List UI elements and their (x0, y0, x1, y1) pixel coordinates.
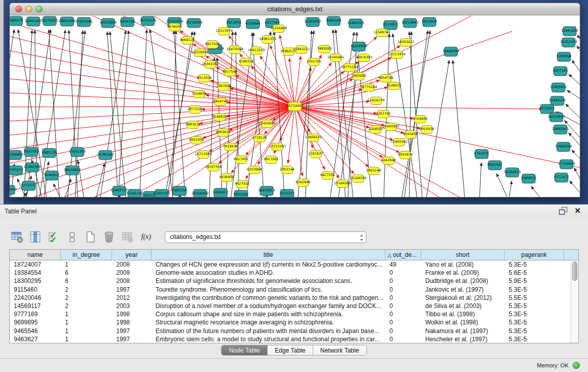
citation-edge-red[interactable] (295, 106, 580, 169)
graph-node-yellow[interactable]: 8186328 (239, 58, 254, 66)
graph-node-yellow[interactable]: 15688520 (304, 134, 321, 142)
graph-node-teal[interactable]: 12093832 (304, 17, 321, 27)
citation-edge-black[interactable] (567, 91, 580, 103)
graph-node-yellow[interactable]: 9242848 (296, 179, 311, 187)
graph-node-teal[interactable]: 11545192 (126, 189, 143, 197)
citation-edge-black[interactable] (570, 181, 580, 197)
graph-node-yellow[interactable]: 12213974 (215, 28, 232, 35)
citation-edge-red[interactable] (10, 106, 295, 107)
table-row[interactable]: 1456911722003Disruption of a novel membe… (10, 302, 578, 310)
graph-node-hub[interactable]: 18724007 (286, 102, 303, 111)
graph-node-teal[interactable]: 25206650 (191, 189, 208, 197)
graph-node-teal[interactable]: 11545192 (97, 150, 114, 160)
citation-edge-black[interactable] (409, 32, 411, 197)
graph-node-teal[interactable]: 6772371 (280, 189, 295, 197)
graph-node-yellow[interactable]: 8955934 (420, 126, 434, 134)
graph-node-teal[interactable]: 12942737 (111, 186, 127, 195)
graph-node-yellow[interactable]: 2718126 (252, 135, 267, 142)
column-header-pagerank[interactable]: pagerank (505, 250, 564, 260)
graph-node-teal[interactable]: 5905135 (172, 186, 187, 195)
graph-node-yellow[interactable]: 15495992 (382, 123, 399, 131)
graph-node-teal[interactable]: 8466160 (326, 16, 341, 26)
graph-node-yellow[interactable]: 12213383 (194, 151, 211, 159)
scrollbar-thumb[interactable] (572, 261, 577, 281)
graph-node-teal[interactable]: 12444155 (347, 19, 364, 28)
graph-node-teal[interactable]: 8466160 (120, 17, 135, 27)
graph-node-teal[interactable]: 15692931 (552, 125, 569, 134)
graph-node-yellow[interactable]: 3201765 (376, 111, 391, 118)
graph-node-teal[interactable]: 6772371 (554, 173, 569, 182)
graph-node-yellow[interactable]: 10745481 (327, 54, 344, 62)
graph-node-teal[interactable]: 9329966 (246, 19, 260, 29)
citation-edge-red[interactable] (10, 78, 295, 106)
citation-edge-black[interactable] (100, 31, 126, 197)
column-header-in-degree[interactable]: in_degree (61, 250, 112, 260)
graph-node-teal[interactable]: 16648784 (442, 47, 459, 56)
graph-node-yellow[interactable]: 8103064 (247, 166, 262, 174)
table-row[interactable]: 977716911998Corpus callosum shape and si… (10, 310, 578, 318)
graph-node-yellow[interactable]: 9154695 (413, 116, 428, 123)
graph-node-yellow[interactable]: 9831459 (189, 137, 204, 144)
graph-node-teal[interactable]: 20691406 (58, 17, 75, 26)
graph-node-yellow[interactable]: 16543382 (202, 61, 219, 69)
graph-node-teal[interactable]: 12040399 (24, 163, 40, 172)
graph-node-teal[interactable]: 10719135 (139, 16, 156, 26)
graph-node-yellow[interactable]: 2204007 (368, 126, 383, 134)
graph-node-yellow[interactable]: 16775164 (341, 64, 358, 72)
table-row[interactable]: 946362711997Embryonic stem cells: a mode… (10, 335, 578, 343)
graph-node-yellow[interactable]: 2367608 (216, 83, 231, 91)
graph-node-yellow[interactable]: 3201765 (307, 58, 321, 66)
graph-node-yellow[interactable]: 12213383 (269, 143, 286, 151)
graph-node-teal[interactable]: 8215953 (540, 104, 555, 114)
graph-node-teal[interactable]: 16218506 (350, 42, 367, 51)
network-window-titlebar[interactable]: citations_edges.txt (10, 3, 580, 15)
tab-edge-table[interactable]: Edge Table (268, 345, 313, 355)
graph-node-teal[interactable]: 8931592 (488, 161, 503, 170)
citation-edge-black[interactable] (453, 60, 465, 197)
graph-node-teal[interactable]: 8215953 (383, 20, 398, 30)
graph-node-teal[interactable]: 17710643 (558, 160, 575, 169)
graph-node-yellow[interactable]: 2803144 (366, 167, 381, 175)
graph-node-teal[interactable]: 6772371 (21, 181, 36, 190)
graph-node-yellow[interactable]: 2803144 (280, 166, 295, 174)
graph-node-teal[interactable]: 8931592 (24, 147, 39, 157)
graph-node-teal[interactable]: 17957225 (153, 189, 170, 197)
graph-node-yellow[interactable]: 8454749 (379, 75, 394, 82)
graph-node-yellow[interactable]: 9636959 (167, 24, 182, 31)
graph-node-yellow[interactable]: 7524834 (223, 143, 238, 151)
citation-edge-black[interactable] (107, 32, 118, 197)
graph-node-teal[interactable]: 6791971 (10, 166, 23, 175)
table-row[interactable]: 1938455462009Genome-wide association stu… (10, 269, 578, 277)
graph-node-yellow[interactable]: 11548748 (373, 29, 390, 37)
graph-node-yellow[interactable]: 15474568 (226, 46, 243, 54)
graph-node-yellow[interactable]: 9883014 (216, 129, 231, 137)
graph-node-teal[interactable]: 12444155 (549, 96, 565, 105)
graph-node-yellow[interactable]: 9427552 (320, 172, 335, 180)
graph-node-teal[interactable]: 8813054 (227, 18, 242, 28)
column-header-name[interactable]: name (10, 250, 61, 260)
table-row[interactable]: 1872400712008Changes of HCN gene express… (10, 260, 578, 269)
citation-edge-black[interactable] (140, 30, 147, 197)
delete-icon[interactable] (102, 230, 116, 244)
graph-node-teal[interactable]: 9245012 (521, 174, 536, 183)
table-row[interactable]: 2242004622012Investigating the contribut… (10, 294, 578, 302)
citation-edge-red[interactable] (295, 106, 542, 109)
citation-edge-black[interactable] (480, 163, 482, 197)
citation-edge-black[interactable] (574, 168, 580, 192)
graph-node-yellow[interactable]: 8454749 (213, 98, 228, 106)
unselect-all-icon[interactable] (66, 230, 79, 244)
table-row[interactable]: 1830029562008Estimation of significance … (10, 277, 578, 285)
graph-node-yellow[interactable]: 7485083 (317, 46, 332, 53)
citation-edge-black[interactable] (165, 32, 195, 197)
graph-node-yellow[interactable]: 9146821 (387, 82, 402, 90)
graph-node-yellow[interactable]: 12213974 (388, 51, 405, 59)
graph-node-yellow[interactable]: 9146821 (212, 114, 227, 121)
graph-node-teal[interactable]: 16034813 (504, 168, 520, 177)
graph-node-teal[interactable]: 9329966 (557, 52, 572, 61)
graph-node-teal[interactable]: 15751074 (560, 38, 577, 47)
graph-node-teal[interactable]: 16033809 (99, 18, 116, 28)
graph-node-yellow[interactable]: 8660128 (180, 37, 195, 45)
citation-edge-black[interactable] (402, 31, 430, 197)
graph-node-teal[interactable]: 9245012 (45, 171, 59, 180)
graph-node-teal[interactable]: 6791971 (474, 149, 489, 159)
